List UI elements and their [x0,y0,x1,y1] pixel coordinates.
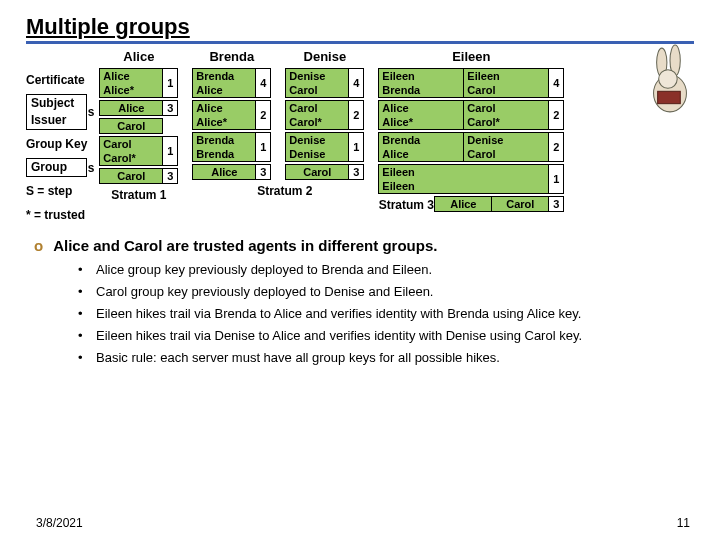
legend-certificate: Certificate [26,73,87,87]
bullet-section: oAlice and Carol are trusted agents in d… [34,237,694,366]
sub-bullets: Alice group key previously deployed to B… [34,262,694,366]
main-bullet: oAlice and Carol are trusted agents in d… [34,237,694,254]
legend-trusted: * = trusted [26,208,87,222]
legend-box-cert: Subject Issuer s [26,94,87,130]
list-item: Carol group key previously deployed to D… [78,284,694,300]
list-item: Basic rule: each server must have all gr… [78,350,694,366]
rabbit-illustration [638,44,702,116]
list-item: Alice group key previously deployed to B… [78,262,694,278]
col-denise: Denise DeniseCarol4 CarolCarol*2 DeniseD… [285,48,364,198]
col-alice: Alice AliceAlice*1 Alice3 Carol CarolCar… [99,48,178,202]
legend: Certificate Subject Issuer s Group Key G… [26,48,87,225]
list-item: Eileen hikes trail via Denise to Alice a… [78,328,694,344]
page-title: Multiple groups [26,14,694,44]
legend-groupkey: Group Key [26,137,87,151]
col-brenda: Brenda BrendaAlice4 AliceAlice*2 BrendaB… [192,48,271,180]
bullet-icon: o [34,237,43,254]
certificate-diagram: Certificate Subject Issuer s Group Key G… [26,48,694,225]
footer-page: 11 [677,516,690,530]
list-item: Eileen hikes trail via Brenda to Alice a… [78,306,694,322]
footer-date: 3/8/2021 [36,516,83,530]
legend-sstep: S = step [26,184,87,198]
legend-box-group: Group s [26,158,87,177]
col-eileen: Eileen EileenBrenda EileenCarol 4 AliceA… [378,48,564,212]
svg-rect-4 [658,91,681,103]
svg-point-3 [659,70,678,89]
